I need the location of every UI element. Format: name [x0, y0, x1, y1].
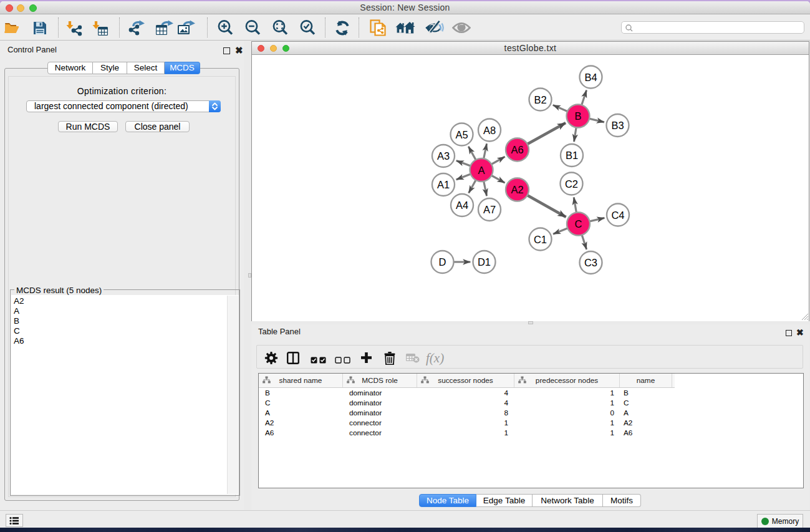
svg-text:C: C — [575, 218, 582, 230]
svg-text:A8: A8 — [483, 125, 496, 136]
svg-text:B4: B4 — [584, 72, 597, 83]
svg-text:B1: B1 — [566, 150, 578, 161]
svg-text:A4: A4 — [456, 200, 468, 211]
svg-text:B: B — [574, 110, 581, 122]
svg-text:B3: B3 — [611, 120, 624, 131]
svg-text:A7: A7 — [483, 204, 496, 215]
svg-text:A3: A3 — [437, 150, 450, 162]
svg-text:B2: B2 — [534, 94, 546, 105]
svg-text:C3: C3 — [584, 257, 597, 268]
svg-text:A2: A2 — [511, 184, 523, 195]
svg-text:C2: C2 — [565, 178, 578, 190]
svg-text:A5: A5 — [455, 129, 468, 140]
svg-text:A6: A6 — [511, 144, 523, 155]
svg-text:D: D — [439, 256, 446, 268]
svg-text:D1: D1 — [478, 256, 491, 268]
svg-text:C4: C4 — [611, 210, 624, 221]
svg-text:A: A — [478, 165, 485, 176]
svg-text:C1: C1 — [534, 234, 547, 245]
svg-text:A1: A1 — [437, 179, 450, 190]
